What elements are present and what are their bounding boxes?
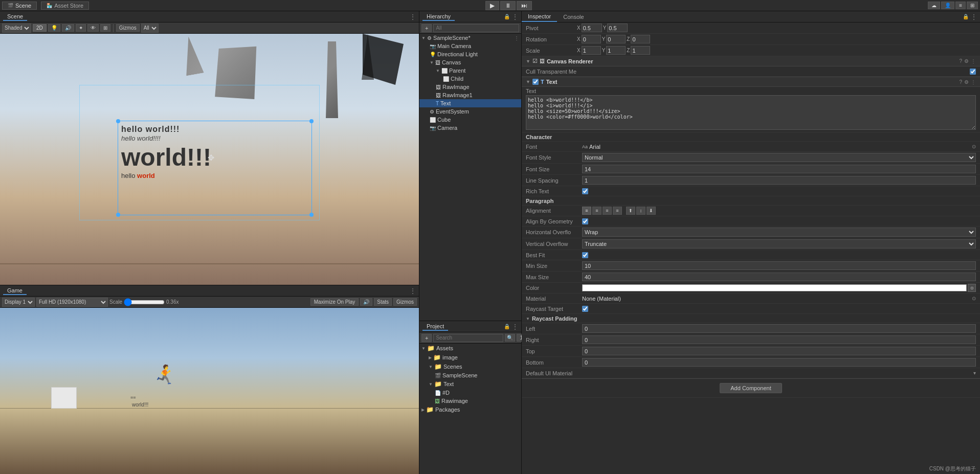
game-tab[interactable]: Game xyxy=(3,287,27,295)
align-bottom-btn[interactable]: ⬇ xyxy=(647,207,656,215)
canvas-renderer-overflow-icon[interactable]: ⋮ xyxy=(971,58,976,64)
cull-checkbox[interactable] xyxy=(970,69,976,75)
align-left-btn[interactable]: ≡ xyxy=(582,207,591,215)
horizontal-overflow-select[interactable]: Wrap xyxy=(582,228,976,237)
asset-store-tab[interactable]: 🏪 Asset Store xyxy=(41,2,89,10)
project-search[interactable] xyxy=(433,334,503,342)
move-icon[interactable]: ✥ xyxy=(205,151,217,164)
align-center-btn[interactable]: ≡ xyxy=(592,207,602,215)
rotation-x-field[interactable] xyxy=(582,35,601,43)
inspector-tab[interactable]: Inspector xyxy=(522,12,557,22)
scene-panel-tab[interactable]: Scene xyxy=(3,13,27,21)
canvas-renderer-settings-icon[interactable]: ⚙ xyxy=(964,58,969,64)
text-content-field[interactable]: hello <b>world!!!</b> hello <i>world!!!<… xyxy=(526,95,976,130)
hier-item-rawimage1[interactable]: 🖼 RawImage1 xyxy=(419,91,521,99)
scale-slider[interactable] xyxy=(124,299,165,305)
canvas-renderer-help-icon[interactable]: ? xyxy=(959,58,962,64)
resolution-select[interactable]: Full HD (1920x1080) xyxy=(36,298,108,307)
color-picker-btn[interactable]: ⊙ xyxy=(968,284,976,292)
line-spacing-field[interactable] xyxy=(582,176,976,185)
display-select[interactable]: Display 1 xyxy=(2,298,35,307)
text-overflow-icon[interactable]: ⋮ xyxy=(971,79,976,85)
pause-button[interactable]: ⏸ xyxy=(500,1,516,10)
hier-item-eventsystem[interactable]: ⚙ EventSystem xyxy=(419,107,521,116)
hier-item-rawimage[interactable]: 🖼 RawImage xyxy=(419,83,521,91)
top-field[interactable] xyxy=(582,347,976,355)
gizmos-btn[interactable]: Gizmos xyxy=(116,24,140,32)
align-top-btn[interactable]: ⬆ xyxy=(626,207,635,215)
hierarchy-add-btn[interactable]: + xyxy=(421,24,432,32)
step-button[interactable]: ⏭ xyxy=(517,1,532,10)
proj-samplescene[interactable]: 🎬 SampleScene xyxy=(419,371,521,379)
min-size-field[interactable] xyxy=(582,261,976,270)
scale-x-field[interactable] xyxy=(582,46,601,55)
hierarchy-search[interactable] xyxy=(433,24,519,32)
inspector-lock-icon[interactable]: 🔒 xyxy=(963,14,971,19)
pivot-y-field[interactable] xyxy=(607,24,628,32)
default-ui-arrow[interactable]: ▾ xyxy=(973,370,976,376)
scene-audio-btn[interactable]: 🔊 xyxy=(62,24,74,32)
scene-light-btn[interactable]: 💡 xyxy=(48,24,60,32)
account-button[interactable]: 👤 xyxy=(941,2,954,9)
add-component-btn[interactable]: Add Component xyxy=(720,383,782,393)
max-size-field[interactable] xyxy=(582,273,976,281)
project-search-btn[interactable]: 🔍 xyxy=(505,334,515,342)
text-enabled-check[interactable] xyxy=(532,79,539,85)
canvas-renderer-collapse-icon[interactable]: ▼ xyxy=(526,59,530,64)
hier-item-cube[interactable]: ⬜ Cube xyxy=(419,116,521,124)
pivot-x-field[interactable] xyxy=(582,24,602,32)
scale-y-field[interactable] xyxy=(606,46,626,55)
handle-bl[interactable] xyxy=(116,213,120,217)
collab-button[interactable]: ☁ xyxy=(928,2,940,9)
proj-packages[interactable]: ▶ 📁 Packages xyxy=(419,405,521,414)
scene-grid-btn[interactable]: ⊞ xyxy=(100,24,110,32)
maximize-on-play[interactable]: Maximize On Play xyxy=(310,298,359,306)
game-stats-btn[interactable]: Stats xyxy=(374,298,392,306)
handle-tr[interactable] xyxy=(309,119,314,123)
font-size-field[interactable] xyxy=(582,165,976,173)
align-right-btn[interactable]: ≡ xyxy=(603,207,612,215)
text-help-icon[interactable]: ? xyxy=(959,79,962,85)
layout-button[interactable]: ⊞ xyxy=(967,2,978,9)
2d-toggle[interactable]: 2D xyxy=(33,24,47,32)
hier-item-text[interactable]: T Text xyxy=(419,99,521,107)
project-dots[interactable]: ⋮ xyxy=(512,323,518,330)
handle-tl[interactable] xyxy=(116,119,120,123)
vertical-overflow-select[interactable]: Truncate xyxy=(582,239,976,249)
hier-item-dir-light[interactable]: 💡 Directional Light xyxy=(419,50,521,58)
all-select[interactable]: All xyxy=(141,24,159,33)
hier-item-main-camera[interactable]: 📷 Main Camera xyxy=(419,42,521,50)
inspector-dots[interactable]: ⋮ xyxy=(971,13,980,20)
handle-br[interactable] xyxy=(309,213,314,217)
scene-fx-btn[interactable]: ✦ xyxy=(76,24,86,32)
project-add-btn[interactable]: + xyxy=(421,334,432,342)
bottom-field[interactable] xyxy=(582,358,976,367)
hierarchy-tab[interactable]: Hierarchy xyxy=(422,13,455,21)
align-by-geometry-checkbox[interactable] xyxy=(582,218,588,224)
font-style-select[interactable]: Normal xyxy=(582,153,976,162)
project-tab[interactable]: Project xyxy=(422,323,448,331)
scale-z-field[interactable] xyxy=(631,46,650,55)
color-bar[interactable] xyxy=(582,284,967,291)
raycast-padding-collapse[interactable]: ▼ xyxy=(526,317,530,321)
rotation-y-field[interactable] xyxy=(606,35,626,43)
text-collapse-icon[interactable]: ▼ xyxy=(526,79,530,84)
proj-d-script[interactable]: 📄 #D xyxy=(419,389,521,397)
proj-image-folder[interactable]: ▶ 📁 image xyxy=(419,353,521,362)
game-gizmos-btn[interactable]: Gizmos xyxy=(393,298,417,306)
hier-item-samplescene[interactable]: ▼ ⚙ SampleScene* ⋮ xyxy=(419,34,521,42)
hierarchy-dots[interactable]: ⋮ xyxy=(512,13,518,20)
play-button[interactable]: ▶ xyxy=(485,1,499,10)
project-lock-icon[interactable]: 🔒 xyxy=(504,324,510,329)
scene-tab[interactable]: 🎬 Scene xyxy=(2,2,37,10)
proj-scenes-folder[interactable]: ▼ 📁 Scenes xyxy=(419,362,521,371)
console-tab[interactable]: Console xyxy=(557,12,590,21)
proj-text-folder[interactable]: ▼ 📁 Text xyxy=(419,379,521,389)
material-select-icon[interactable]: ⊙ xyxy=(972,296,976,301)
canvas-renderer-enabled-check[interactable]: ☑ xyxy=(532,58,538,64)
game-panel-dots[interactable]: ⋮ xyxy=(410,287,416,295)
game-audio-btn[interactable]: 🔊 xyxy=(360,298,372,306)
scene-panel-dots[interactable]: ⋮ xyxy=(410,13,416,20)
raycast-target-checkbox[interactable] xyxy=(582,306,588,312)
rotation-z-field[interactable] xyxy=(631,35,650,43)
